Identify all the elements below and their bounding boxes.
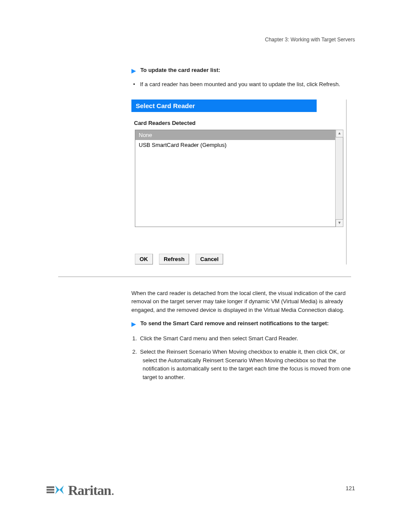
ok-button[interactable]: OK xyxy=(135,254,153,264)
scroll-up-icon[interactable]: ▲ xyxy=(336,130,343,137)
arrow-icon: ▶ xyxy=(131,67,136,74)
procedure-heading-2: ▶ To send the Smart Card remove and rein… xyxy=(131,320,351,327)
arrow-icon: ▶ xyxy=(131,320,136,327)
bullet-item: If a card reader has been mounted and yo… xyxy=(140,81,351,87)
chapter-label: Chapter 3: Working with Target Servers xyxy=(265,37,355,43)
refresh-button[interactable]: Refresh xyxy=(159,254,189,264)
dialog-title: Select Card Reader xyxy=(131,100,317,112)
raritan-logo: Raritan. xyxy=(47,482,115,498)
list-item-usb-smartcard[interactable]: USB SmartCard Reader (Gemplus) xyxy=(135,140,335,150)
cancel-button[interactable]: Cancel xyxy=(196,254,224,264)
scroll-down-icon[interactable]: ▼ xyxy=(336,219,343,227)
raritan-logo-text: Raritan xyxy=(68,482,111,498)
procedure-1-text: To update the card reader list: xyxy=(140,67,220,73)
dialog-right-border xyxy=(346,100,347,264)
page-number: 121 xyxy=(346,485,355,492)
step-2: 2.Select the Reinsert Scenario When Movi… xyxy=(140,348,351,381)
procedure-2-text: To send the Smart Card remove and reinse… xyxy=(140,320,329,327)
divider xyxy=(58,277,351,277)
svg-rect-0 xyxy=(47,486,54,488)
select-card-reader-dialog: Select Card Reader Card Readers Detected… xyxy=(131,100,347,264)
paragraph-vm-note: When the card reader is detached from th… xyxy=(131,289,351,314)
raritan-logo-icon xyxy=(47,484,65,498)
numbered-steps: 1.Click the Smart Card menu and then sel… xyxy=(140,334,351,382)
card-readers-listbox[interactable]: None USB SmartCard Reader (Gemplus) ▲ ▼ xyxy=(135,130,343,227)
svg-rect-2 xyxy=(47,492,54,493)
svg-marker-4 xyxy=(59,485,64,494)
card-readers-detected-label: Card Readers Detected xyxy=(134,120,347,126)
listbox-scrollbar[interactable]: ▲ ▼ xyxy=(335,130,343,227)
procedure-heading-1: ▶ To update the card reader list: xyxy=(131,67,351,74)
step-1: 1.Click the Smart Card menu and then sel… xyxy=(140,334,351,343)
svg-rect-1 xyxy=(47,489,54,491)
svg-marker-3 xyxy=(55,485,59,494)
list-item-none[interactable]: None xyxy=(135,130,335,140)
